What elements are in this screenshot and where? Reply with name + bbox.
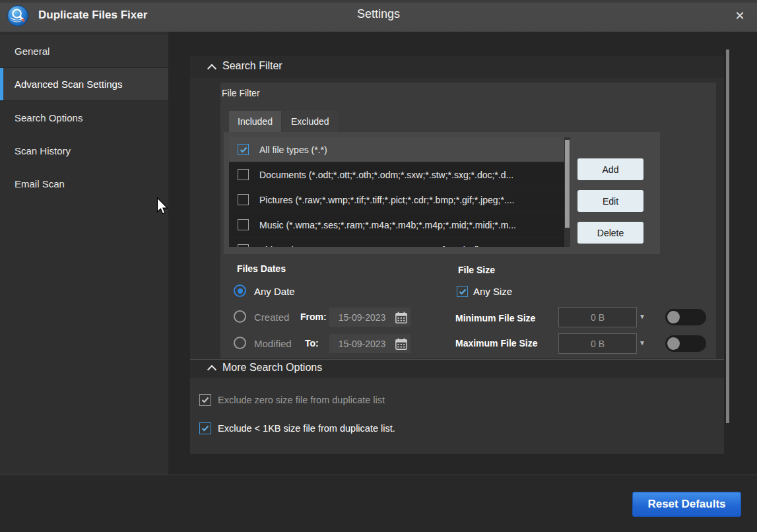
toggle-knob [667, 337, 680, 350]
maximum-size-field[interactable]: 0 B [558, 333, 637, 354]
minimum-size-value: 0 B [591, 312, 605, 323]
dialog-title: Settings [0, 7, 757, 21]
selected-indicator [0, 68, 3, 100]
radio-modified[interactable] [234, 337, 246, 349]
delete-button[interactable]: Delete [577, 222, 643, 244]
reset-defaults-button[interactable]: Reset Defaults [632, 492, 741, 517]
sidebar-item-label: Email Scan [15, 178, 65, 189]
close-icon[interactable]: ✕ [731, 7, 749, 24]
sidebar-item-search-options[interactable]: Search Options [0, 101, 168, 134]
checkbox-exclude-1kb[interactable] [199, 422, 211, 434]
list-scrollbar-thumb[interactable] [565, 140, 570, 228]
exclude-1kb-label: Exclude < 1KB size file from duplicate l… [218, 423, 395, 434]
file-filter-label: File Filter [222, 88, 260, 98]
modified-label: Modified [254, 338, 292, 349]
title-bar: Duplicate Files Fixer Settings ✕ [0, 0, 757, 32]
section-title: Search Filter [222, 60, 282, 72]
any-size-label: Any Size [473, 286, 512, 297]
sidebar-item-advanced-scan-settings[interactable]: Advanced Scan Settings [0, 68, 168, 101]
list-item[interactable]: Pictures (*.raw;*.wmp;*.tif;*.tiff;*.pic… [229, 187, 570, 213]
sidebar-item-scan-history[interactable]: Scan History [0, 134, 168, 167]
file-filter-group: File Filter Included Excluded All file t… [220, 83, 716, 358]
minimum-file-size-label: Minimum File Size [455, 313, 535, 323]
tab-included[interactable]: Included [229, 111, 281, 132]
list-item[interactable]: Music (*.wma;*.ses;*.ram;*.m4a;*.m4b;*.m… [229, 213, 570, 238]
to-label: To: [305, 338, 319, 349]
from-date-value: 15-09-2023 [329, 312, 395, 323]
content-scrollbar-thumb[interactable] [726, 50, 729, 423]
checkbox-any-size[interactable] [457, 286, 468, 297]
list-scrollbar[interactable] [564, 137, 570, 247]
tab-excluded[interactable]: Excluded [282, 111, 338, 132]
minimum-size-field[interactable]: 0 B [558, 307, 637, 327]
calendar-icon[interactable] [395, 337, 408, 350]
more-search-options-section-header[interactable]: More Search Options [190, 359, 724, 378]
checkbox-exclude-zero-size[interactable] [199, 394, 211, 406]
list-item-label: All file types (*.*) [259, 145, 327, 155]
sidebar-item-label: Advanced Scan Settings [15, 79, 122, 90]
dropdown-arrow-icon[interactable]: ▼ [639, 313, 645, 320]
mouse-cursor [156, 197, 168, 218]
section-title: More Search Options [222, 362, 322, 374]
list-item[interactable]: All file types (*.*) [229, 137, 570, 162]
created-label: Created [254, 312, 289, 323]
settings-sidebar: General Advanced Scan Settings Search Op… [0, 32, 168, 475]
collapse-chevron-icon[interactable] [207, 64, 216, 73]
file-filter-tabs: Included Excluded [229, 111, 338, 132]
search-filter-section-header[interactable]: Search Filter [190, 56, 724, 78]
dropdown-arrow-icon[interactable]: ▼ [639, 339, 645, 347]
radio-any-date[interactable] [234, 284, 246, 297]
files-dates-title: Files Dates [237, 263, 286, 274]
from-date-field[interactable]: 15-09-2023 [329, 308, 411, 327]
list-item-label: Videos (*.3g2;*.3gp;*.3gp2;*.3gpp;*.amv;… [259, 245, 508, 248]
add-button[interactable]: Add [577, 158, 643, 180]
settings-panel: Search Filter File Filter Included Exclu… [190, 56, 724, 454]
edit-button[interactable]: Edit [577, 190, 643, 212]
any-date-label: Any Date [254, 286, 295, 297]
maximum-size-toggle[interactable] [665, 335, 706, 352]
file-size-title: File Size [458, 265, 495, 275]
radio-created[interactable] [234, 310, 246, 323]
maximum-size-value: 0 B [591, 339, 605, 349]
file-type-list: All file types (*.*) Documents (*.odt;*.… [229, 137, 570, 247]
list-item-label: Music (*.wma;*.ses;*.ram;*.m4a;*.m4b;*.m… [259, 220, 516, 230]
list-item[interactable]: Videos (*.3g2;*.3gp;*.3gp2;*.3gpp;*.amv;… [229, 238, 570, 247]
toggle-knob [667, 311, 680, 323]
checkbox-checked-icon[interactable] [238, 144, 249, 155]
sidebar-item-label: Scan History [15, 145, 71, 156]
list-item[interactable]: Documents (*.odt;*.ott;*.oth;*.odm;*.sxw… [229, 162, 570, 187]
list-item-label: Pictures (*.raw;*.wmp;*.tif;*.tiff;*.pic… [259, 195, 514, 205]
to-date-value: 15-09-2023 [329, 339, 395, 349]
checkbox-unchecked-icon[interactable] [238, 194, 249, 205]
checkbox-unchecked-icon[interactable] [238, 169, 249, 180]
file-type-subpanel: All file types (*.*) Documents (*.odt;*.… [224, 132, 660, 254]
calendar-icon[interactable] [395, 311, 408, 324]
collapse-chevron-icon[interactable] [207, 365, 216, 374]
maximum-file-size-label: Maximum File Size [455, 338, 537, 349]
sidebar-item-email-scan[interactable]: Email Scan [0, 167, 168, 200]
sidebar-item-label: General [15, 46, 49, 57]
exclude-zero-size-label: Exclude zero size file from duplicate li… [218, 395, 385, 405]
list-item-label: Documents (*.odt;*.ott;*.oth;*.odm;*.sxw… [259, 170, 513, 180]
more-search-options-body: Exclude zero size file from duplicate li… [190, 378, 724, 454]
bottom-bar: Reset Defaults [0, 475, 757, 532]
to-date-field[interactable]: 15-09-2023 [329, 334, 411, 353]
sidebar-item-general[interactable]: General [0, 35, 168, 68]
sidebar-item-label: Search Options [15, 112, 82, 123]
minimum-size-toggle[interactable] [665, 309, 706, 325]
from-label: From: [300, 312, 327, 322]
checkbox-unchecked-icon[interactable] [238, 244, 249, 247]
checkbox-unchecked-icon[interactable] [238, 219, 249, 230]
